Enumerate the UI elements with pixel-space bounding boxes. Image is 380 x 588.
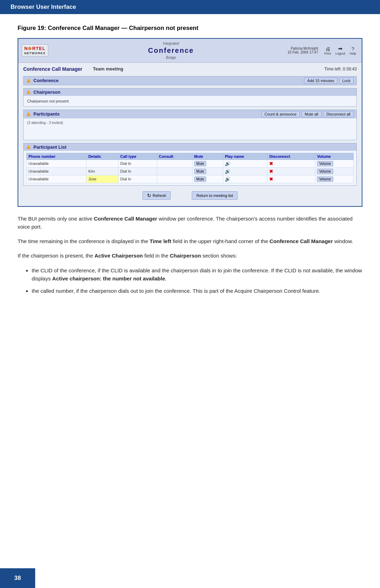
cell-consult (157, 167, 192, 175)
body-paragraph-1: The BUI permits only one active Conferen… (18, 215, 362, 231)
chairperson-section-icon (26, 90, 31, 94)
body-paragraph-3: If the chairperson is present, the Activ… (18, 252, 362, 260)
main-content: Figure 19: Conference Call Manager — Cha… (0, 14, 380, 329)
figure-title: Figure 19: Conference Call Manager — Cha… (18, 25, 362, 32)
user-name: Patricia McKnight (287, 47, 318, 50)
chairperson-section: Chairperson Chairperson not present (23, 88, 357, 107)
cell-call-type: Dial In (118, 167, 157, 175)
col-phone-number: Phone number (27, 153, 87, 160)
time-left-label: Time left: (324, 67, 342, 72)
disconnect-all-button[interactable]: Disconnect all (323, 111, 354, 117)
participant-list-section: Participant List Phone number Details Ca… (23, 143, 357, 186)
table-row: Unavailable Kim Dial In Mute 🔊 ✖ Volume (27, 167, 354, 175)
cell-details: Jose (86, 175, 118, 183)
participants-empty-space (27, 128, 353, 138)
cell-phone: Unavailable (27, 167, 87, 175)
bui-page-title: Conference Call Manager (23, 66, 82, 72)
page-number: 38 (14, 575, 21, 582)
add-15-minutes-button[interactable]: Add 15 minutes (304, 78, 337, 84)
printer-icon: 🖨 (325, 46, 330, 52)
bui-meeting-name: Team meeting (93, 66, 123, 72)
conference-section: Conference Add 15 minutes Lock (23, 76, 357, 85)
participant-list-header: Participant List (24, 143, 356, 151)
participant-list-icon (26, 145, 31, 149)
col-call-type: Call type (118, 153, 157, 160)
col-consult: Consult (157, 153, 192, 160)
integrated-label: Integrated (163, 42, 179, 45)
bridge-label: Bridge (166, 56, 176, 60)
speaker-icon[interactable]: 🔊 (225, 161, 230, 166)
disconnect-button[interactable]: ✖ (269, 169, 273, 174)
user-date: 15 Feb. 2004 17:47 (287, 50, 318, 54)
mute-button[interactable]: Mute (194, 161, 206, 166)
chairperson-section-header: Chairperson (24, 88, 356, 96)
cell-mute: Mute (192, 175, 223, 183)
cell-details (86, 160, 118, 167)
cell-mute: Mute (192, 167, 223, 175)
print-label: Print (324, 52, 331, 55)
bullet-item-1: the CLID of the conference, if the CLID … (32, 266, 362, 283)
volume-button[interactable]: Volume (317, 177, 333, 182)
participants-section-buttons: Count & announce Mute all Disconnect all (261, 111, 354, 117)
volume-button[interactable]: Volume (317, 169, 333, 174)
cell-call-type: Dial In (118, 175, 157, 183)
cell-volume: Volume (315, 175, 354, 183)
col-play-name: Play name (223, 153, 267, 160)
nortel-logo-box: N⊕RTEL NETWORKS (22, 44, 48, 56)
logout-icon: ➡ (338, 45, 343, 52)
disconnect-button[interactable]: ✖ (269, 161, 273, 166)
cell-disconnect: ✖ (267, 175, 315, 183)
participants-section-icon (26, 112, 31, 116)
count-announce-button[interactable]: Count & announce (261, 111, 300, 117)
bullet-list: the CLID of the conference, if the CLID … (32, 266, 362, 295)
print-button[interactable]: 🖨 Print (322, 46, 333, 55)
help-icon: ? (352, 46, 354, 52)
bui-bottom-buttons: ↻ Refresh Return to meeting list (23, 188, 357, 203)
mute-button[interactable]: Mute (194, 169, 206, 174)
nortel-networks: NETWORKS (24, 51, 46, 55)
logout-button[interactable]: ➡ Logout (335, 45, 346, 55)
volume-button[interactable]: Volume (317, 161, 333, 166)
mute-all-button[interactable]: Mute all (302, 111, 322, 117)
cell-phone: Unavailable (27, 175, 87, 183)
cell-play-name: 🔊 (223, 175, 267, 183)
nortel-name: N⊕RTEL (24, 46, 45, 51)
table-row: Unavailable Dial In Mute 🔊 ✖ Volume (27, 160, 354, 167)
chairperson-status-text: Chairperson not present (27, 98, 353, 105)
refresh-label: Refresh (153, 193, 166, 198)
cell-details: Kim (86, 167, 118, 175)
participants-section: Participants Count & announce Mute all D… (23, 110, 357, 140)
col-details: Details (86, 153, 118, 160)
cell-phone: Unavailable (27, 160, 87, 167)
cell-call-type: Dial In (118, 160, 157, 167)
logout-label: Logout (335, 52, 345, 55)
cell-disconnect: ✖ (267, 167, 315, 175)
return-to-meeting-list-button[interactable]: Return to meeting list (192, 191, 238, 200)
help-button[interactable]: ? Help (348, 46, 358, 55)
body-paragraph-2: The time remaining in the conference is … (18, 237, 362, 245)
bui-body: Conference Call Manager Team meeting Tim… (18, 63, 362, 206)
disconnect-button[interactable]: ✖ (269, 177, 273, 182)
conference-section-icon (26, 79, 31, 83)
cell-disconnect: ✖ (267, 160, 315, 167)
refresh-icon: ↻ (147, 193, 151, 198)
bullet-item-2: the called number, if the chairperson di… (32, 287, 362, 295)
cell-mute: Mute (192, 160, 223, 167)
chairperson-section-title: Chairperson (33, 89, 61, 95)
bui-icons: 🖨 Print ➡ Logout ? Help (322, 45, 358, 55)
refresh-button[interactable]: ↻ Refresh (142, 191, 171, 200)
mute-button[interactable]: Mute (194, 177, 206, 182)
help-label: Help (350, 52, 356, 55)
bui-page-header: Conference Call Manager Team meeting Tim… (23, 66, 357, 72)
lock-button[interactable]: Lock (339, 78, 354, 84)
speaker-icon[interactable]: 🔊 (225, 169, 230, 174)
cell-consult (157, 160, 192, 167)
col-mute: Mute (192, 153, 223, 160)
table-header-row: Phone number Details Call type Consult M… (27, 153, 354, 160)
speaker-icon[interactable]: 🔊 (225, 177, 230, 182)
participants-section-body: (3 attending - 3 invited) (24, 118, 356, 140)
participant-list-title: Participant List (33, 144, 66, 150)
cell-play-name: 🔊 (223, 160, 267, 167)
table-row: Unavailable Jose Dial In Mute 🔊 ✖ Volume (27, 175, 354, 183)
footer-bar: 38 (0, 568, 35, 588)
